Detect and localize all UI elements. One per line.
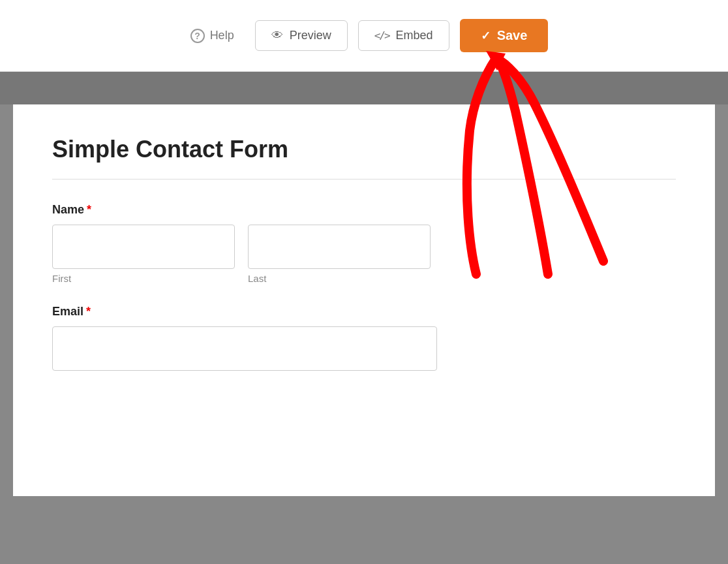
name-field-group: Name * First Last <box>52 203 676 284</box>
embed-button[interactable]: </> Embed <box>358 20 449 51</box>
gray-bar <box>0 72 728 104</box>
form-container: Simple Contact Form Name * First Last <box>13 104 715 496</box>
name-label: Name * <box>52 203 676 217</box>
form-divider <box>52 179 676 180</box>
preview-button[interactable]: 👁 Preview <box>255 20 348 51</box>
email-field-group: Email * <box>52 305 676 371</box>
email-label: Email * <box>52 305 676 319</box>
name-fields-row: First Last <box>52 225 676 284</box>
code-icon: </> <box>374 29 389 42</box>
name-required-star: * <box>87 203 91 217</box>
top-bar: ? Help 👁 Preview </> Embed ✓ Save <box>0 0 728 72</box>
eye-icon: 👁 <box>271 29 283 42</box>
form-title: Simple Contact Form <box>52 136 676 163</box>
email-input[interactable] <box>52 326 437 371</box>
help-label: Help <box>210 29 234 42</box>
embed-label: Embed <box>396 29 433 42</box>
first-name-input[interactable] <box>52 225 235 269</box>
save-label: Save <box>497 28 528 43</box>
last-name-sublabel: Last <box>248 273 431 284</box>
help-icon: ? <box>190 29 205 43</box>
first-name-wrapper: First <box>52 225 235 284</box>
preview-label: Preview <box>290 29 331 42</box>
save-button[interactable]: ✓ Save <box>460 19 549 52</box>
help-button[interactable]: ? Help <box>180 22 245 50</box>
last-name-wrapper: Last <box>248 225 431 284</box>
checkmark-icon: ✓ <box>481 29 491 43</box>
email-required-star: * <box>86 305 91 319</box>
first-name-sublabel: First <box>52 273 235 284</box>
last-name-input[interactable] <box>248 225 431 269</box>
